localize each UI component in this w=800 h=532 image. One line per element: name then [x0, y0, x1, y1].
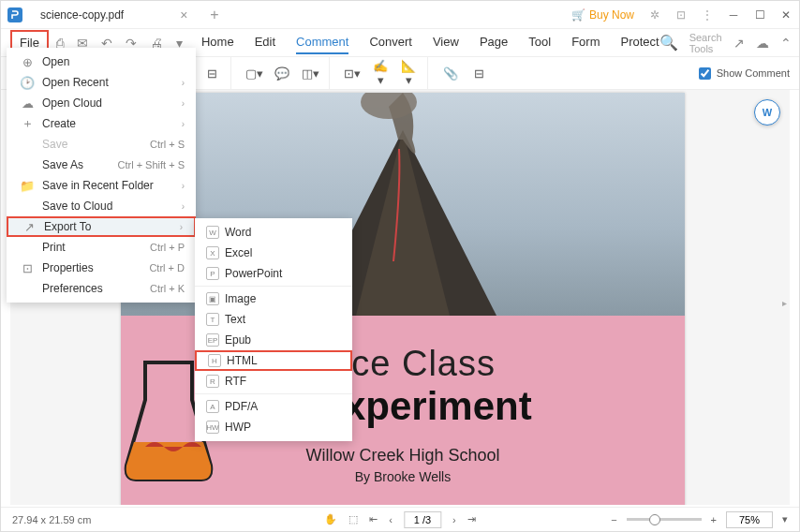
- file-menu-print[interactable]: PrintCtrl + P: [7, 237, 196, 258]
- submenu-arrow-icon: ›: [182, 181, 185, 191]
- menu-item-label: Save to Cloud: [42, 200, 112, 213]
- cart-icon: 🛒: [571, 8, 585, 22]
- close-window-button[interactable]: ✕: [773, 1, 799, 29]
- file-menu-save-as[interactable]: Save AsCtrl + Shift + S: [7, 155, 196, 175]
- attach-icon[interactable]: 📎: [441, 66, 460, 81]
- menu-item-label: Save As: [42, 158, 83, 171]
- export-html[interactable]: HHTML: [195, 350, 352, 371]
- comment-icon[interactable]: 💬: [273, 66, 291, 81]
- export-text[interactable]: TText: [195, 309, 352, 330]
- zoom-slider[interactable]: [627, 518, 702, 521]
- zoom-dropdown-icon[interactable]: ▾: [782, 513, 788, 525]
- menu-item-icon: 📁: [18, 179, 37, 193]
- hand-tool-icon[interactable]: ✋: [324, 513, 337, 525]
- stamp-icon[interactable]: ⊡▾: [343, 66, 362, 81]
- kebab-menu-icon[interactable]: ⋮: [694, 1, 720, 29]
- menu-page[interactable]: Page: [480, 31, 508, 54]
- export-format-icon: X: [206, 246, 219, 259]
- export-hwp[interactable]: HWHWP: [195, 417, 352, 437]
- shapes-icon[interactable]: ◫▾: [301, 66, 319, 81]
- export-format-label: PDF/A: [225, 400, 258, 413]
- export-format-icon: R: [206, 375, 219, 388]
- menu-item-label: Open: [42, 55, 69, 68]
- collapse-icon[interactable]: ⌃: [780, 36, 792, 51]
- file-menu-save-in-recent-folder[interactable]: 📁Save in Recent Folder›: [7, 175, 196, 196]
- export-rtf[interactable]: RRTF: [195, 371, 352, 392]
- note-icon[interactable]: ▢▾: [244, 66, 263, 81]
- notification-icon[interactable]: ✲: [642, 1, 668, 29]
- menu-edit[interactable]: Edit: [255, 31, 275, 54]
- file-menu-open-recent[interactable]: 🕑Open Recent›: [7, 72, 196, 93]
- cloud-icon[interactable]: ☁: [756, 36, 769, 51]
- export-format-icon: H: [208, 354, 221, 367]
- menu-item-icon: ⊕: [18, 55, 37, 69]
- menu-item-icon: ⊡: [18, 261, 37, 275]
- export-pdfa[interactable]: APDF/A: [195, 396, 352, 417]
- zoom-in-icon[interactable]: +: [711, 514, 717, 525]
- prev-page-icon[interactable]: ‹: [389, 514, 393, 525]
- submenu-arrow-icon: ›: [182, 78, 185, 88]
- measure-icon[interactable]: 📐▾: [399, 59, 418, 87]
- menu-item-icon: 🕑: [18, 76, 37, 90]
- file-menu-save-to-cloud[interactable]: Save to Cloud›: [7, 196, 196, 216]
- export-powerpoint[interactable]: PPowerPoint: [195, 263, 352, 284]
- callout-icon[interactable]: ⊟: [202, 66, 221, 81]
- zoom-level-select[interactable]: [726, 511, 773, 528]
- hide-icon[interactable]: ⊟: [469, 66, 488, 81]
- select-tool-icon[interactable]: ⬚: [348, 513, 358, 525]
- first-page-icon[interactable]: ⇤: [369, 513, 378, 525]
- export-epub[interactable]: EPEpub: [195, 330, 352, 350]
- export-format-label: PowerPoint: [225, 267, 282, 280]
- share-icon[interactable]: ↗: [733, 36, 745, 51]
- file-dropdown-menu: ⊕Open🕑Open Recent›☁Open Cloud›＋Create›Sa…: [7, 48, 196, 303]
- file-menu-export-to[interactable]: ↗Export To›: [7, 216, 196, 237]
- new-tab-button[interactable]: +: [210, 7, 218, 23]
- document-tab[interactable]: science-copy.pdf ×: [29, 1, 199, 28]
- export-image[interactable]: ▣Image: [195, 288, 352, 309]
- menu-comment[interactable]: Comment: [296, 31, 348, 54]
- menu-tool[interactable]: Tool: [528, 31, 551, 54]
- buy-now-link[interactable]: 🛒 Buy Now: [571, 8, 634, 22]
- show-comment-checkbox[interactable]: [699, 67, 711, 80]
- file-menu-properties[interactable]: ⊡PropertiesCtrl + D: [7, 258, 196, 278]
- next-page-icon[interactable]: ›: [452, 514, 456, 525]
- show-comment-toggle[interactable]: Show Comment: [699, 67, 790, 80]
- submenu-arrow-icon: ›: [182, 119, 185, 129]
- menu-item-label: Export To: [44, 220, 91, 233]
- titlebar: science-copy.pdf × + 🛒 Buy Now ✲ ⊡ ⋮ ─ ☐…: [1, 1, 799, 29]
- search-tools-input[interactable]: Search Tools: [689, 32, 722, 54]
- export-submenu: WWordXExcelPPowerPoint▣ImageTTextEPEpubH…: [195, 218, 352, 441]
- file-menu-open[interactable]: ⊕Open: [7, 52, 196, 72]
- last-page-icon[interactable]: ⇥: [467, 513, 476, 525]
- menu-protect[interactable]: Protect: [620, 31, 659, 54]
- menu-item-icon: ↗: [20, 220, 38, 234]
- scroll-right-icon[interactable]: ▸: [782, 298, 790, 313]
- export-format-icon: HW: [206, 421, 219, 434]
- export-format-icon: A: [206, 400, 219, 413]
- export-format-label: Image: [225, 292, 256, 305]
- zoom-out-icon[interactable]: −: [611, 514, 616, 525]
- menu-item-icon: ＋: [18, 115, 37, 132]
- maximize-button[interactable]: ☐: [747, 1, 773, 29]
- export-excel[interactable]: XExcel: [195, 243, 352, 263]
- app-logo-icon: [1, 1, 29, 29]
- menu-form[interactable]: Form: [571, 31, 600, 54]
- menu-item-label: Preferences: [42, 282, 103, 295]
- menu-convert[interactable]: Convert: [369, 31, 412, 54]
- signature-icon[interactable]: ✍▾: [371, 59, 390, 87]
- submenu-arrow-icon: ›: [182, 201, 185, 212]
- menu-home[interactable]: Home: [201, 31, 234, 54]
- statusbar: 27.94 x 21.59 cm ✋ ⬚ ⇤ ‹ › ⇥ − + ▾: [1, 507, 799, 531]
- page-number-input[interactable]: [404, 511, 441, 528]
- export-format-icon: ▣: [206, 292, 219, 305]
- user-icon[interactable]: ⊡: [668, 1, 694, 29]
- export-format-label: Text: [225, 313, 245, 326]
- export-word[interactable]: WWord: [195, 222, 352, 243]
- menu-view[interactable]: View: [433, 31, 459, 54]
- file-menu-create[interactable]: ＋Create›: [7, 113, 196, 134]
- file-menu-open-cloud[interactable]: ☁Open Cloud›: [7, 93, 196, 113]
- tab-close-icon[interactable]: ×: [180, 7, 187, 22]
- minimize-button[interactable]: ─: [720, 1, 747, 29]
- word-float-icon[interactable]: W: [754, 99, 780, 126]
- file-menu-preferences[interactable]: PreferencesCtrl + K: [7, 278, 196, 299]
